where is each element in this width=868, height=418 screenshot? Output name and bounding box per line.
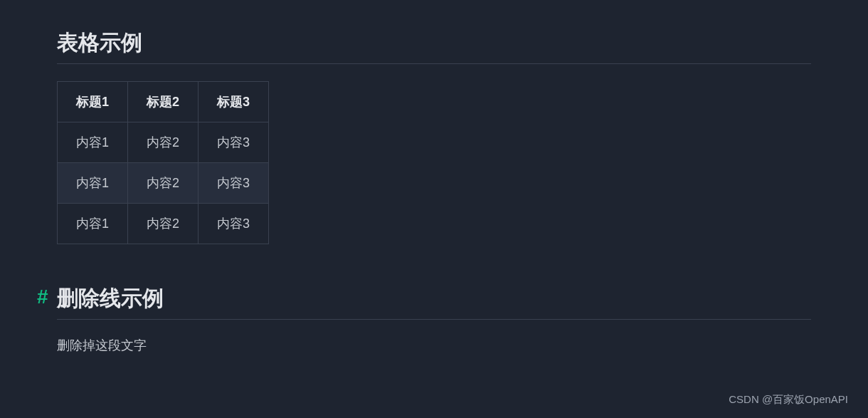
table-example-section: 表格示例 标题1 标题2 标题3 内容1 内容2 内容3 内容1 内容2 内容3… — [57, 28, 811, 244]
strikethrough-body-text: 删除掉这段文字 — [57, 337, 811, 354]
table-cell: 内容1 — [58, 163, 128, 204]
table-header-cell: 标题1 — [58, 82, 128, 122]
strikethrough-example-section: # 删除线示例 删除掉这段文字 — [57, 284, 811, 354]
table-row: 内容1 内容2 内容3 — [58, 163, 269, 204]
table-cell: 内容3 — [199, 163, 269, 204]
table-row: 内容1 内容2 内容3 — [58, 204, 269, 244]
section-title-table: 表格示例 — [57, 28, 811, 64]
table-cell: 内容3 — [199, 122, 269, 163]
table-cell: 内容1 — [58, 122, 128, 163]
table-header-cell: 标题3 — [199, 82, 269, 122]
section-title-strikethrough: 删除线示例 — [57, 284, 811, 320]
table-header-row: 标题1 标题2 标题3 — [58, 82, 269, 122]
table-cell: 内容1 — [58, 204, 128, 244]
table-row: 内容1 内容2 内容3 — [58, 122, 269, 163]
heading-anchor-icon[interactable]: # — [37, 286, 48, 308]
watermark-text: CSDN @百家饭OpenAPI — [729, 393, 848, 407]
table-cell: 内容3 — [199, 204, 269, 244]
table-cell: 内容2 — [128, 163, 199, 204]
table-header-cell: 标题2 — [128, 82, 199, 122]
table-cell: 内容2 — [128, 122, 199, 163]
example-table: 标题1 标题2 标题3 内容1 内容2 内容3 内容1 内容2 内容3 内容1 … — [57, 81, 269, 244]
table-cell: 内容2 — [128, 204, 199, 244]
heading-wrapper: # 删除线示例 — [57, 284, 811, 320]
